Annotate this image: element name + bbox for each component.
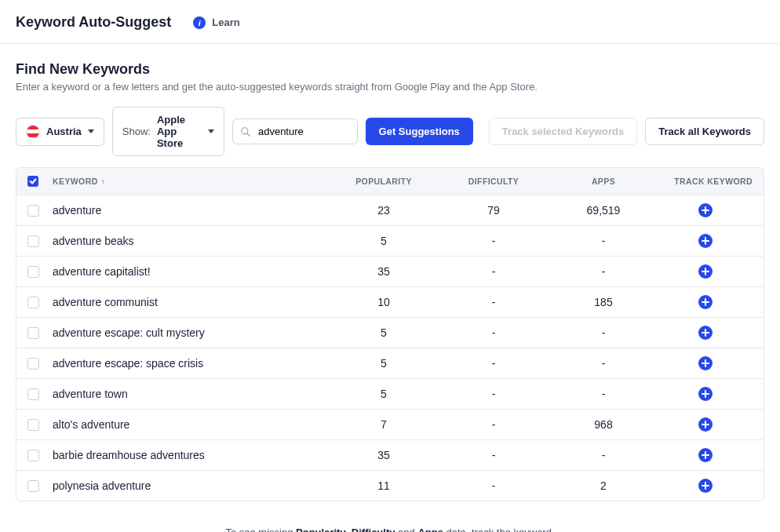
apps-cell: - (549, 388, 658, 400)
popularity-cell: 7 (329, 418, 439, 431)
table-row: alto's adventure7-968 (16, 410, 764, 440)
table-body: adventure237969,519adventure beaks5--adv… (16, 195, 764, 501)
popularity-cell: 10 (329, 296, 439, 308)
section-desc: Enter a keyword or a few letters and get… (16, 81, 764, 93)
keyword-cell: adventure town (53, 388, 128, 400)
track-all-button[interactable]: Track all Keywords (645, 118, 764, 145)
difficulty-cell: 79 (439, 204, 549, 217)
table-row: adventure communist10-185 (16, 287, 764, 318)
apps-cell: - (549, 357, 658, 370)
popularity-cell: 11 (329, 479, 439, 492)
popularity-cell: 5 (329, 388, 439, 400)
row-checkbox[interactable] (27, 266, 39, 278)
apps-cell: 185 (549, 296, 658, 308)
difficulty-cell: - (439, 265, 549, 278)
track-keyword-button[interactable] (698, 417, 713, 432)
top-bar: Keyword Auto-Suggest i Learn (0, 0, 780, 44)
content: Find New Keywords Enter a keyword or a f… (0, 44, 780, 532)
difficulty-cell: - (439, 388, 549, 400)
table-row: adventure town5-- (16, 379, 764, 410)
col-apps[interactable]: APPS (549, 177, 658, 186)
row-checkbox[interactable] (27, 450, 39, 461)
popularity-cell: 35 (329, 265, 439, 278)
table-header: KEYWORD↑ POPULARITY DIFFICULTY APPS TRAC… (16, 168, 764, 195)
table-row: barbie dreamhouse adventures35-- (16, 440, 764, 471)
difficulty-cell: - (439, 449, 549, 461)
apps-cell: - (549, 235, 658, 247)
track-keyword-button[interactable] (698, 264, 713, 279)
difficulty-cell: - (439, 235, 549, 247)
page-title: Keyword Auto-Suggest (16, 14, 171, 31)
controls-row: Austria Show: Apple App Store Get Sugges… (16, 107, 764, 156)
col-difficulty[interactable]: DIFFICULTY (439, 177, 549, 186)
apps-cell: 69,519 (549, 204, 658, 217)
apps-cell: 2 (549, 479, 658, 492)
keyword-cell: adventure beaks (53, 235, 134, 247)
search-wrap (232, 118, 358, 144)
show-value: Apple App Store (157, 114, 202, 149)
chevron-down-icon (88, 129, 94, 133)
learn-link[interactable]: i Learn (193, 16, 239, 29)
select-all-checkbox[interactable] (27, 176, 38, 187)
flag-icon (26, 125, 40, 139)
keyword-cell: adventure (53, 204, 101, 217)
get-suggestions-button[interactable]: Get Suggestions (366, 118, 473, 145)
svg-line-1 (247, 133, 250, 136)
sort-asc-icon: ↑ (101, 177, 105, 186)
table-row: adventure237969,519 (16, 195, 764, 226)
country-selector[interactable]: Austria (16, 118, 104, 146)
apps-cell: - (549, 326, 658, 339)
difficulty-cell: - (439, 479, 549, 492)
table-row: polynesia adventure11-2 (16, 471, 764, 501)
keyword-cell: adventure escape: space crisis (53, 357, 203, 370)
track-keyword-button[interactable] (698, 448, 713, 462)
track-keyword-button[interactable] (698, 295, 713, 309)
chevron-down-icon (208, 129, 214, 133)
col-track: TRACK KEYWORD (658, 177, 753, 186)
difficulty-cell: - (439, 326, 549, 339)
row-checkbox[interactable] (27, 327, 39, 339)
track-keyword-button[interactable] (698, 326, 713, 340)
popularity-cell: 5 (329, 326, 439, 339)
apps-cell: - (549, 449, 658, 461)
popularity-cell: 35 (329, 449, 439, 461)
row-checkbox[interactable] (27, 235, 39, 247)
keyword-cell: adventure communist (53, 296, 158, 308)
track-keyword-button[interactable] (698, 387, 713, 401)
popularity-cell: 5 (329, 357, 439, 370)
keyword-cell: adventure capitalist! (53, 265, 151, 278)
row-checkbox[interactable] (27, 480, 39, 492)
row-checkbox[interactable] (27, 388, 39, 400)
track-keyword-button[interactable] (698, 203, 713, 217)
keyword-cell: alto's adventure (53, 418, 129, 431)
info-icon: i (193, 16, 206, 29)
table-row: adventure capitalist!35-- (16, 257, 764, 287)
apps-cell: - (549, 265, 658, 278)
keyword-cell: polynesia adventure (53, 479, 151, 492)
row-checkbox[interactable] (27, 205, 39, 217)
footnote: To see missing Popularity, Difficulty an… (16, 527, 764, 532)
col-keyword[interactable]: KEYWORD↑ (53, 177, 329, 186)
track-selected-button: Track selected Keywords (489, 118, 637, 145)
country-label: Austria (46, 126, 82, 137)
row-checkbox[interactable] (27, 297, 39, 308)
search-icon (240, 126, 251, 137)
difficulty-cell: - (439, 357, 549, 370)
section-title: Find New Keywords (16, 61, 764, 78)
difficulty-cell: - (439, 418, 549, 431)
keyword-cell: adventure escape: cult mystery (53, 326, 205, 339)
table-row: adventure escape: cult mystery5-- (16, 318, 764, 348)
popularity-cell: 5 (329, 235, 439, 247)
store-selector[interactable]: Show: Apple App Store (112, 107, 224, 156)
track-keyword-button[interactable] (698, 479, 713, 493)
show-prefix: Show: (122, 126, 151, 137)
popularity-cell: 23 (329, 204, 439, 217)
row-checkbox[interactable] (27, 419, 39, 431)
row-checkbox[interactable] (27, 358, 39, 370)
col-popularity[interactable]: POPULARITY (329, 177, 439, 186)
table-row: adventure escape: space crisis5-- (16, 348, 764, 379)
difficulty-cell: - (439, 296, 549, 308)
track-keyword-button[interactable] (698, 356, 713, 370)
table-row: adventure beaks5-- (16, 226, 764, 257)
track-keyword-button[interactable] (698, 234, 713, 248)
